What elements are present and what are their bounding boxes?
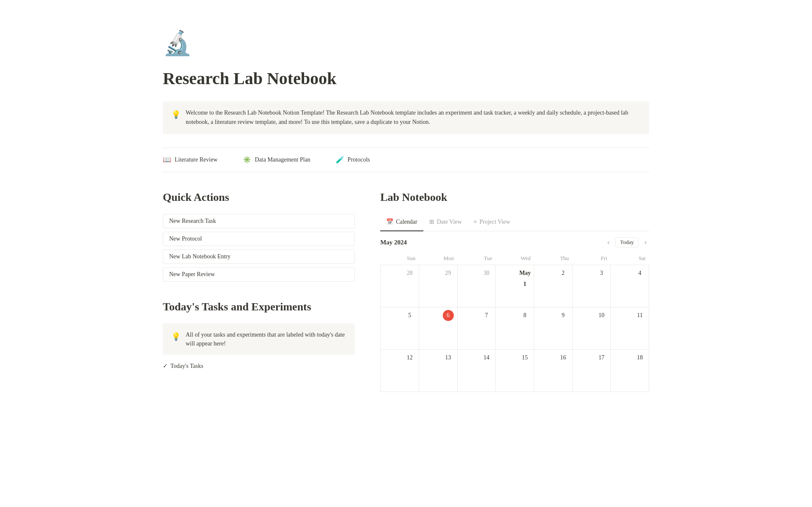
weekday-tue: Tue bbox=[457, 252, 496, 265]
today-callout-text: All of your tasks and experiments that a… bbox=[186, 330, 346, 348]
lab-notebook-title: Lab Notebook bbox=[380, 189, 649, 206]
day-may-12[interactable]: 12 bbox=[381, 350, 419, 392]
today-callout-icon: 💡 bbox=[171, 331, 181, 343]
day-may-14[interactable]: 14 bbox=[457, 350, 496, 392]
day-apr-28[interactable]: 28 bbox=[381, 265, 419, 307]
calendar-weekday-row: Sun Mon Tue Wed Thu Fri Sat bbox=[381, 252, 649, 265]
tab-calendar-label: Calendar bbox=[396, 217, 417, 226]
day-may-17[interactable]: 17 bbox=[572, 350, 611, 392]
new-research-task-button[interactable]: New Research Task bbox=[163, 214, 355, 228]
left-column: Quick Actions New Research Task New Prot… bbox=[163, 189, 355, 392]
day-may-4[interactable]: 4 bbox=[611, 265, 649, 307]
page-icon: 🔬 bbox=[163, 25, 649, 61]
calendar-tab-icon: 📅 bbox=[386, 217, 393, 226]
day-may-15[interactable]: 15 bbox=[496, 350, 534, 392]
day-number: 16 bbox=[558, 352, 569, 363]
day-apr-30[interactable]: 30 bbox=[457, 265, 496, 307]
today-tasks-callout: 💡 All of your tasks and experiments that… bbox=[163, 323, 355, 355]
calendar-next-button[interactable]: › bbox=[642, 238, 649, 247]
calendar-week-3: 12 13 14 15 16 17 18 bbox=[381, 350, 649, 392]
day-number: 18 bbox=[634, 352, 645, 363]
data-icon: ✳️ bbox=[243, 155, 251, 165]
callout-text: Welcome to the Research Lab Notebook Not… bbox=[186, 108, 641, 127]
day-number: 9 bbox=[558, 310, 569, 321]
view-tabs: 📅 Calendar ⊞ Date View ≡ Project View bbox=[380, 214, 649, 231]
day-number: 8 bbox=[519, 310, 530, 321]
day-number: 2 bbox=[558, 268, 569, 279]
tab-project-view-label: Project View bbox=[480, 217, 510, 226]
day-may-13[interactable]: 13 bbox=[419, 350, 457, 392]
day-number: 11 bbox=[634, 310, 645, 321]
day-number: 28 bbox=[404, 268, 415, 279]
right-column: Lab Notebook 📅 Calendar ⊞ Date View ≡ Pr… bbox=[380, 189, 649, 392]
two-col-layout: Quick Actions New Research Task New Prot… bbox=[163, 189, 649, 392]
project-view-icon: ≡ bbox=[474, 217, 477, 226]
checkmark-icon: ✓ bbox=[163, 362, 168, 370]
day-number: 12 bbox=[404, 352, 415, 363]
weekday-sat: Sat bbox=[611, 252, 649, 265]
day-number: 14 bbox=[481, 352, 492, 363]
day-may-8[interactable]: 8 bbox=[496, 307, 534, 350]
new-paper-review-button[interactable]: New Paper Review bbox=[163, 267, 355, 282]
weekday-fri: Fri bbox=[572, 252, 611, 265]
today-tasks-link[interactable]: ✓ Today's Tasks bbox=[163, 362, 355, 370]
day-may-2[interactable]: 2 bbox=[534, 265, 572, 307]
tab-date-view[interactable]: ⊞ Date View bbox=[423, 214, 468, 231]
quick-actions-buttons: New Research Task New Protocol New Lab N… bbox=[163, 214, 355, 282]
day-number: 5 bbox=[404, 310, 415, 321]
day-apr-29[interactable]: 29 bbox=[419, 265, 457, 307]
day-may-3[interactable]: 3 bbox=[572, 265, 611, 307]
weekday-wed: Wed bbox=[496, 252, 534, 265]
nav-link-data-management[interactable]: ✳️ Data Management Plan bbox=[243, 155, 310, 165]
weekday-thu: Thu bbox=[534, 252, 572, 265]
quick-actions-title: Quick Actions bbox=[163, 189, 355, 206]
today-tasks-title: Today's Tasks and Experiments bbox=[163, 299, 355, 315]
day-may-5[interactable]: 5 bbox=[381, 307, 419, 350]
calendar-header: May 2024 ‹ Today › bbox=[380, 231, 649, 252]
day-number: 15 bbox=[519, 352, 530, 363]
page-container: 🔬 Research Lab Notebook 💡 Welcome to the… bbox=[129, 0, 683, 426]
calendar-month-label: May 2024 bbox=[380, 238, 407, 247]
tab-date-view-label: Date View bbox=[437, 217, 462, 226]
calendar-nav: ‹ Today › bbox=[605, 237, 649, 247]
new-lab-notebook-entry-button[interactable]: New Lab Notebook Entry bbox=[163, 249, 355, 264]
day-number: 13 bbox=[443, 352, 454, 363]
day-may-10[interactable]: 10 bbox=[572, 307, 611, 350]
day-number: 29 bbox=[443, 268, 454, 279]
today-day-number: 6 bbox=[443, 310, 454, 321]
book-icon: 📖 bbox=[163, 155, 171, 165]
day-number: 30 bbox=[481, 268, 492, 279]
nav-link-literature-review[interactable]: 📖 Literature Review bbox=[163, 155, 217, 165]
weekday-mon: Mon bbox=[419, 252, 457, 265]
nav-links: 📖 Literature Review ✳️ Data Management P… bbox=[163, 148, 649, 172]
day-may-1[interactable]: May 1 bbox=[496, 265, 534, 307]
day-number: 17 bbox=[596, 352, 607, 363]
tab-calendar[interactable]: 📅 Calendar bbox=[380, 214, 423, 231]
day-number: May 1 bbox=[519, 268, 530, 279]
weekday-sun: Sun bbox=[381, 252, 419, 265]
nav-label-literature-review: Literature Review bbox=[175, 155, 217, 164]
calendar-week-2: 5 6 7 8 9 10 11 bbox=[381, 307, 649, 350]
nav-label-protocols: Protocols bbox=[348, 155, 370, 164]
day-may-7[interactable]: 7 bbox=[457, 307, 496, 350]
new-protocol-button[interactable]: New Protocol bbox=[163, 232, 355, 246]
calendar-grid: Sun Mon Tue Wed Thu Fri Sat 28 29 30 bbox=[380, 252, 649, 392]
intro-callout: 💡 Welcome to the Research Lab Notebook N… bbox=[163, 101, 649, 134]
day-number: 3 bbox=[596, 268, 607, 279]
day-may-9[interactable]: 9 bbox=[534, 307, 572, 350]
nav-link-protocols[interactable]: 🧪 Protocols bbox=[336, 155, 370, 165]
tab-project-view[interactable]: ≡ Project View bbox=[468, 214, 516, 231]
calendar-today-button[interactable]: Today bbox=[615, 237, 638, 247]
day-may-16[interactable]: 16 bbox=[534, 350, 572, 392]
date-view-icon: ⊞ bbox=[429, 217, 434, 226]
nav-label-data-management: Data Management Plan bbox=[255, 155, 310, 164]
calendar-prev-button[interactable]: ‹ bbox=[605, 238, 612, 247]
day-may-18[interactable]: 18 bbox=[611, 350, 649, 392]
callout-icon: 💡 bbox=[171, 109, 181, 121]
day-number: 7 bbox=[481, 310, 492, 321]
day-may-6[interactable]: 6 bbox=[419, 307, 457, 350]
day-number: 10 bbox=[596, 310, 607, 321]
flask-icon: 🧪 bbox=[336, 155, 344, 165]
day-number: 4 bbox=[634, 268, 645, 279]
day-may-11[interactable]: 11 bbox=[611, 307, 649, 350]
